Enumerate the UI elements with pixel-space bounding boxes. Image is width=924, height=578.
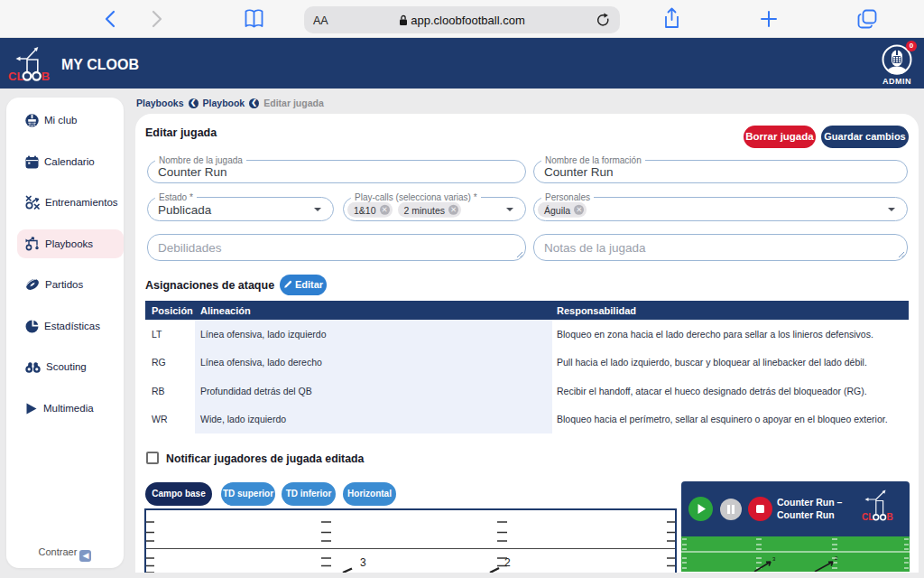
svg-text:CL: CL [862, 512, 873, 522]
svg-text:2: 2 [504, 556, 511, 569]
svg-text:CL: CL [8, 70, 23, 83]
svg-text:3: 3 [772, 556, 776, 562]
svg-text:3: 3 [360, 556, 366, 569]
svg-text:B: B [42, 70, 50, 83]
svg-text:B: B [887, 512, 893, 522]
svg-text:2: 2 [835, 555, 838, 561]
